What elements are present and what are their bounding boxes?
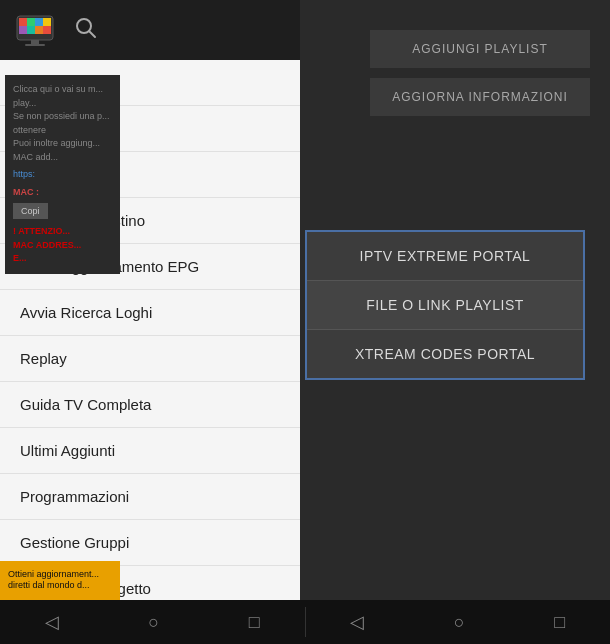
back-icon-left[interactable]: ◁ [45,611,59,633]
svg-line-12 [89,31,95,37]
info-line-5: Puoi inoltre aggiung... [13,137,112,151]
svg-rect-10 [25,44,45,46]
warning-line-1: ! ATTENZIO... [13,225,112,239]
warning-line-3: E... [13,252,112,266]
popup-option-iptv[interactable]: IPTV EXTREME PORTAL [307,232,583,281]
home-icon-left[interactable]: ○ [148,612,159,633]
menu-item-ultimi[interactable]: Ultimi Aggiunti [0,428,300,474]
nav-section-left: ◁ ○ □ [0,611,305,633]
url-text: https: [13,168,112,182]
popup-option-xtream[interactable]: XTREAM CODES PORTAL [307,330,583,378]
menu-item-replay[interactable]: Replay [0,336,300,382]
menu-item-programmazioni[interactable]: Programmazioni [0,474,300,520]
info-line-3: Se non possiedi una p... [13,110,112,124]
home-icon-right[interactable]: ○ [454,612,465,633]
warning-block: ! ATTENZIO... MAC ADDRES... E... [13,225,112,266]
drawer-header [0,0,300,60]
svg-rect-5 [19,26,27,34]
left-panel-info: Clicca qui o vai su m... play... Se non … [5,75,120,274]
menu-item-avvia-ricerca[interactable]: Avvia Ricerca Loghi [0,290,300,336]
mac-row: MAC : [13,186,112,200]
add-playlist-button[interactable]: AGGIUNGI PLAYLIST [370,30,590,68]
info-line-2: play... [13,97,112,111]
recent-icon-left[interactable]: □ [249,612,260,633]
nav-section-right: ◁ ○ □ [306,611,611,633]
info-line-6: MAC add... [13,151,112,165]
mac-label: MAC : [13,187,39,197]
popup-dialog: IPTV EXTREME PORTAL FILE O LINK PLAYLIST… [305,230,585,380]
update-info-button[interactable]: AGGIORNA INFORMAZIONI [370,78,590,116]
back-icon-right[interactable]: ◁ [350,611,364,633]
promo-banner[interactable]: Ottieni aggiornament... diretti dal mond… [0,561,120,600]
info-line-4: ottenere [13,124,112,138]
menu-item-guida-tv[interactable]: Guida TV Completa [0,382,300,428]
svg-rect-4 [43,18,51,26]
svg-rect-2 [27,18,35,26]
search-icon[interactable] [75,17,97,44]
top-buttons: AGGIUNGI PLAYLIST AGGIORNA INFORMAZIONI [370,30,590,116]
svg-rect-8 [43,26,51,34]
recent-icon-right[interactable]: □ [554,612,565,633]
svg-rect-3 [35,18,43,26]
tv-logo-icon [15,14,55,46]
svg-rect-1 [19,18,27,26]
copy-button[interactable]: Copi [13,203,48,219]
app-logo [15,10,55,50]
popup-option-file-link[interactable]: FILE O LINK PLAYLIST [307,281,583,330]
warning-line-2: MAC ADDRES... [13,239,112,253]
svg-rect-7 [35,26,43,34]
promo-text: Ottieni aggiornament... diretti dal mond… [8,569,99,591]
svg-rect-9 [31,40,39,44]
svg-rect-6 [27,26,35,34]
menu-item-gestione-gruppi[interactable]: Gestione Gruppi [0,520,300,566]
info-line-1: Clicca qui o vai su m... [13,83,112,97]
nav-bar: ◁ ○ □ ◁ ○ □ [0,600,610,644]
